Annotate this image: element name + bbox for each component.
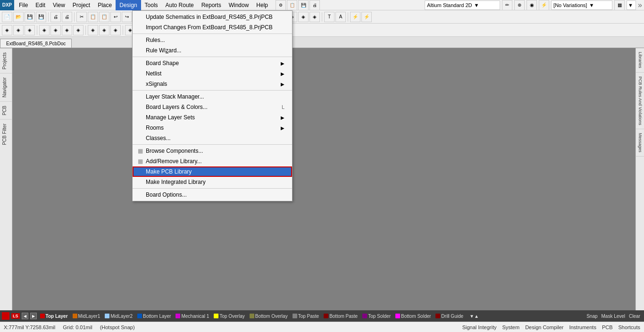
layer-drill-guide[interactable]: Drill Guide (434, 313, 465, 319)
menu-manage-layer-sets[interactable]: Manage Layer Sets ▶ (133, 112, 292, 123)
layer-mechanical1[interactable]: Mechanical 1 (174, 313, 210, 319)
tb-print2[interactable]: 🖨 (62, 12, 72, 22)
menu-board-shape[interactable]: Board Shape ▶ (133, 58, 292, 68)
menu-make-integrated-library[interactable]: Make Integrated Library (133, 177, 292, 187)
tb2-8[interactable]: ◈ (88, 25, 98, 35)
menu-make-pcb-library[interactable]: Make PCB Library (133, 166, 292, 177)
tb2-3[interactable]: ◈ (25, 25, 35, 35)
tb-text2[interactable]: A (335, 12, 346, 22)
tb2-6[interactable]: ◈ (62, 25, 72, 35)
tb2-7[interactable]: ◈ (73, 25, 84, 35)
layer-bottom-paste[interactable]: Bottom Paste (322, 313, 359, 319)
layer-nav-left[interactable]: ◀ (22, 313, 28, 319)
toolbar-icon-2[interactable]: 📋 (287, 0, 297, 10)
mask-level-btn[interactable]: Mask Level (602, 314, 626, 319)
menu-place[interactable]: Place (94, 0, 116, 10)
tb2-2[interactable]: ◈ (13, 25, 24, 35)
menu-design[interactable]: Design (116, 0, 141, 10)
tb-redo[interactable]: ↪ (122, 12, 132, 22)
status-system[interactable]: System (502, 324, 519, 330)
tb-text[interactable]: T (324, 12, 335, 22)
tb-paste[interactable]: 📋 (99, 12, 109, 22)
view-dropdown[interactable]: Altium Standard 2D ▼ (425, 0, 500, 10)
menu-rule-wizard[interactable]: Rule Wizard... (133, 45, 292, 56)
menu-board-layers-colors[interactable]: Board Layers & Colors... L (133, 102, 292, 112)
menu-edit[interactable]: Edit (32, 0, 49, 10)
tb2-10[interactable]: ◈ (110, 25, 121, 35)
menu-reports[interactable]: Reports (198, 0, 225, 10)
tb-save[interactable]: 💾 (25, 12, 35, 22)
toolbar-icon-4[interactable]: 🖨 (309, 0, 320, 10)
menu-window[interactable]: Window (225, 0, 253, 10)
extra-dropdown[interactable]: ▼ (627, 0, 636, 10)
tb-new[interactable]: 📄 (2, 12, 12, 22)
panel-tab-libraries[interactable]: Libraries (636, 48, 644, 73)
panel-tab-pcb-filter[interactable]: PCB Filter (0, 119, 12, 149)
layer-midlayer2[interactable]: MidLayer2 (103, 313, 134, 319)
menu-add-remove-library[interactable]: ▦ Add/Remove Library... (133, 156, 292, 166)
edit-icon[interactable]: ✏ (502, 0, 512, 10)
menu-board-options[interactable]: Board Options... (133, 190, 292, 200)
status-instruments[interactable]: Instruments (569, 324, 596, 330)
ls-badge[interactable]: LS (11, 313, 20, 319)
menu-rooms[interactable]: Rooms ▶ (133, 123, 292, 133)
panel-tab-messages[interactable]: Messages (636, 129, 644, 157)
menu-xsignals[interactable]: xSignals ▶ (133, 79, 292, 89)
scroll-right[interactable]: » (638, 1, 642, 9)
menu-classes[interactable]: Classes... (133, 133, 292, 143)
menu-tools[interactable]: Tools (141, 0, 162, 10)
layer-midlayer1[interactable]: MidLayer1 (71, 313, 102, 319)
app-logo[interactable]: DXP (0, 0, 14, 10)
tb2-5[interactable]: ◈ (50, 25, 61, 35)
tb2-1[interactable]: ◈ (2, 25, 12, 35)
tb-more5[interactable]: ◈ (309, 12, 320, 22)
menu-rules[interactable]: Rules... (133, 35, 292, 45)
tb2-4[interactable]: ◈ (39, 25, 50, 35)
tb-extra2[interactable]: ⚡ (361, 12, 372, 22)
tb2-9[interactable]: ◈ (99, 25, 109, 35)
layer-nav-right[interactable]: ▶ (30, 313, 37, 319)
menu-file[interactable]: File (15, 0, 32, 10)
status-pcb[interactable]: PCB (602, 324, 613, 330)
snap-btn[interactable]: Snap (586, 314, 597, 319)
snap-icon[interactable]: ⊕ (514, 0, 525, 10)
menu-import-changes[interactable]: Import Changes From ExtBoard_RS485_8.Prj… (133, 22, 292, 33)
document-tab[interactable]: ExtBoard_RS485_8.PcbDoc (0, 39, 72, 48)
layer-top-layer[interactable]: Top Layer (39, 313, 69, 319)
tb-save-all[interactable]: 💾 (36, 12, 46, 22)
clear-btn[interactable]: Clear (629, 314, 640, 319)
layer-bottom-layer[interactable]: Bottom Layer (136, 313, 172, 319)
tb-extra1[interactable]: ⚡ (350, 12, 360, 22)
menu-help[interactable]: Help (252, 0, 272, 10)
variations-dropdown[interactable]: [No Variations] ▼ (551, 0, 612, 10)
panel-tab-pcb-rules[interactable]: PCB Rules And Violations (636, 73, 644, 129)
menu-view[interactable]: View (49, 0, 69, 10)
tb-more4[interactable]: ◈ (298, 12, 309, 22)
tb-open[interactable]: 📂 (13, 12, 24, 22)
tb-print[interactable]: 🖨 (50, 12, 61, 22)
status-design-compiler[interactable]: Design Compiler (525, 324, 563, 330)
menu-netlist[interactable]: Netlist ▶ (133, 68, 292, 79)
toolbar-icon-1[interactable]: ⚙ (276, 0, 286, 10)
menu-update-schematics[interactable]: Update Schematics in ExtBoard_RS485_8.Pr… (133, 12, 292, 22)
status-shortcuts[interactable]: Shortcuts (619, 324, 640, 330)
status-signal-integrity[interactable]: Signal Integrity (462, 324, 497, 330)
menu-project[interactable]: Project (69, 0, 94, 10)
panel-tab-pcb[interactable]: PCB (0, 101, 12, 119)
layer-top-paste[interactable]: Top Paste (291, 313, 320, 319)
menu-browse-components[interactable]: ▦ Browse Components... (133, 146, 292, 156)
toolbar-icon-3[interactable]: 💾 (298, 0, 309, 10)
tb-undo[interactable]: ↩ (110, 12, 121, 22)
menu-autoroute[interactable]: Auto Route (162, 0, 198, 10)
route-icon[interactable]: ⚡ (539, 0, 549, 10)
layer-top-overlay[interactable]: Top Overlay (212, 313, 246, 319)
layers-icon[interactable]: ▦ (614, 0, 625, 10)
layer-bottom-solder[interactable]: Bottom Solder (394, 313, 432, 319)
tb-copy[interactable]: 📋 (88, 12, 98, 22)
component-icon[interactable]: ◉ (527, 0, 537, 10)
menu-layer-stack-manager[interactable]: Layer Stack Manager... (133, 91, 292, 102)
layer-bottom-overlay[interactable]: Bottom Overlay (248, 313, 289, 319)
panel-tab-projects[interactable]: Projects (0, 48, 12, 73)
layer-top-solder[interactable]: Top Solder (361, 313, 392, 319)
tb-cut[interactable]: ✂ (76, 12, 87, 22)
